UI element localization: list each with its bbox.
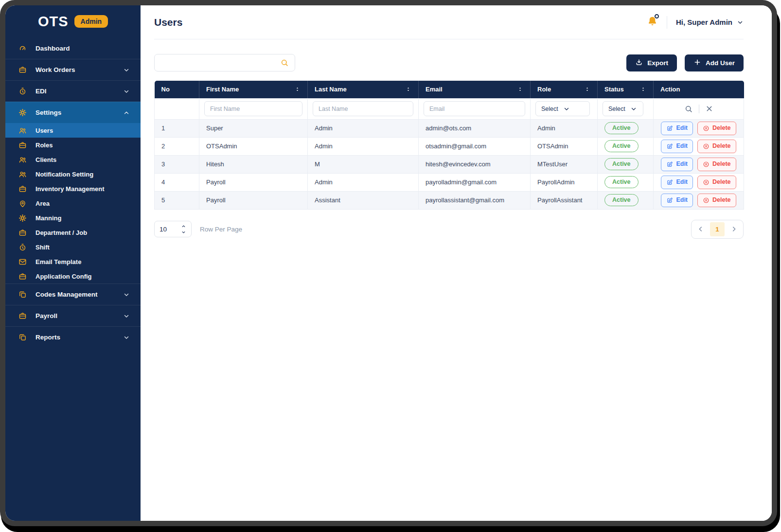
filter-last-name-input[interactable]	[313, 101, 413, 116]
delete-button[interactable]: Delete	[697, 140, 736, 153]
sidebar-item-edi[interactable]: EDI	[5, 80, 141, 102]
sidebar-item-label: Clients	[36, 156, 56, 163]
add-user-button[interactable]: Add User	[685, 54, 744, 71]
sidebar-item-settings[interactable]: Settings	[5, 102, 141, 123]
rows-per-page-stepper[interactable]: 10	[154, 221, 192, 237]
filter-first-name-input[interactable]	[204, 101, 302, 116]
sidebar-item-codes-management[interactable]: Codes Management	[5, 284, 141, 305]
pin-icon	[18, 199, 27, 208]
cell-action: EditDelete	[654, 137, 744, 155]
page-number-active[interactable]: 1	[710, 222, 725, 236]
sort-icon[interactable]	[294, 86, 301, 92]
chevron-down-icon	[123, 291, 130, 298]
cell-email: payrollassistant@gmail.com	[419, 191, 531, 209]
sidebar-item-work-orders[interactable]: Work Orders	[5, 59, 141, 80]
cell-last-name: Assistant	[308, 191, 419, 209]
topbar-right: Hi, Super Admin	[647, 16, 744, 29]
column-header-first-name[interactable]: First Name	[199, 81, 308, 98]
briefcase-icon	[18, 141, 27, 150]
delete-icon	[703, 197, 710, 204]
sidebar-item-application-config[interactable]: Application Config	[5, 269, 141, 284]
rows-per-page-value: 10	[160, 226, 167, 233]
column-header-role[interactable]: Role	[531, 81, 598, 98]
table-row: 3HiteshMhitesh@evincedev.comMTestUserAct…	[155, 155, 744, 173]
filter-status-select[interactable]: Select	[603, 101, 643, 116]
sort-icon[interactable]	[517, 86, 523, 92]
notification-bell-icon[interactable]	[647, 16, 658, 29]
chevron-down-icon	[737, 19, 744, 26]
sidebar-item-roles[interactable]: Roles	[5, 138, 141, 152]
edit-icon	[666, 161, 673, 168]
delete-button-label: Delete	[712, 179, 731, 185]
column-header-action: Action	[654, 81, 744, 98]
sidebar-item-clients[interactable]: Clients	[5, 152, 141, 167]
page-next-button[interactable]	[728, 225, 740, 233]
sidebar-item-shift[interactable]: Shift	[5, 240, 141, 254]
delete-button[interactable]: Delete	[697, 158, 736, 171]
delete-button[interactable]: Delete	[697, 194, 736, 207]
sidebar-item-manning[interactable]: Manning	[5, 211, 141, 225]
cell-email: payrolladmin@gmail.com	[419, 173, 531, 191]
edit-icon	[666, 125, 673, 132]
cell-status: Active	[598, 119, 654, 137]
sidebar-item-inventory-management[interactable]: Inventory Management	[5, 181, 141, 196]
rows-per-page: 10 Row Per Page	[154, 221, 242, 237]
delete-button[interactable]: Delete	[697, 122, 736, 135]
search-input[interactable]	[160, 59, 280, 67]
sort-icon[interactable]	[640, 86, 646, 92]
chevron-down-icon	[630, 106, 637, 112]
filter-cell	[308, 98, 419, 119]
cell-email: hitesh@evincedev.com	[419, 155, 531, 173]
briefcase-icon	[18, 272, 27, 281]
users-table-wrap: NoFirst NameLast NameEmailRoleStatusActi…	[154, 81, 744, 210]
sidebar-item-area[interactable]: Area	[5, 196, 141, 211]
stepper-icons[interactable]	[181, 224, 186, 235]
sidebar-item-users[interactable]: Users	[5, 123, 141, 138]
edit-button[interactable]: Edit	[661, 140, 693, 153]
toolbar: Export Add User	[154, 54, 744, 71]
filter-role-select[interactable]: Select	[535, 101, 590, 116]
sidebar-item-notification-setting[interactable]: Notification Setting	[5, 167, 141, 181]
sidebar-item-dashboard[interactable]: Dashboard	[5, 37, 141, 59]
column-header-label: Last Name	[315, 86, 347, 93]
sidebar-item-payroll[interactable]: Payroll	[5, 305, 141, 326]
page-title: Users	[154, 17, 182, 28]
filter-cell: Select	[598, 98, 654, 119]
column-header-last-name[interactable]: Last Name	[308, 81, 419, 98]
sort-icon[interactable]	[405, 86, 411, 92]
export-button[interactable]: Export	[626, 54, 677, 71]
sidebar-item-label: Manning	[36, 214, 61, 222]
cell-status: Active	[598, 173, 654, 191]
sidebar-item-department-job[interactable]: Department / Job	[5, 225, 141, 240]
page-prev-button[interactable]	[695, 225, 707, 233]
stopwatch-icon	[18, 243, 27, 252]
briefcase-icon	[18, 228, 27, 237]
sort-icon[interactable]	[584, 86, 590, 92]
cell-action: EditDelete	[654, 173, 744, 191]
edit-button[interactable]: Edit	[661, 176, 693, 189]
cell-first-name: Payroll	[199, 173, 308, 191]
column-header-label: Email	[426, 86, 443, 93]
edit-button[interactable]: Edit	[661, 158, 693, 171]
filter-search-icon[interactable]	[684, 105, 693, 113]
edit-button[interactable]: Edit	[661, 122, 693, 135]
admin-badge: Admin	[74, 15, 108, 28]
envelope-icon	[18, 257, 27, 266]
search-icon[interactable]	[280, 58, 289, 67]
sidebar-item-reports[interactable]: Reports	[5, 326, 141, 348]
filter-actions-divider	[699, 105, 699, 113]
sidebar: OTS Admin DashboardWork OrdersEDISetting…	[5, 5, 141, 521]
filter-clear-icon[interactable]	[705, 105, 713, 113]
sidebar-item-email-template[interactable]: Email Template	[5, 254, 141, 269]
column-header-email[interactable]: Email	[419, 81, 531, 98]
edit-button[interactable]: Edit	[661, 194, 693, 207]
filter-email-input[interactable]	[424, 101, 525, 116]
topbar-divider	[667, 16, 667, 29]
chevron-up-icon	[123, 109, 130, 116]
cell-status: Active	[598, 137, 654, 155]
delete-button[interactable]: Delete	[697, 176, 736, 189]
cell-last-name: Admin	[308, 173, 419, 191]
user-menu[interactable]: Hi, Super Admin	[676, 18, 744, 26]
sidebar-item-label: EDI	[36, 88, 47, 95]
column-header-status[interactable]: Status	[598, 81, 654, 98]
